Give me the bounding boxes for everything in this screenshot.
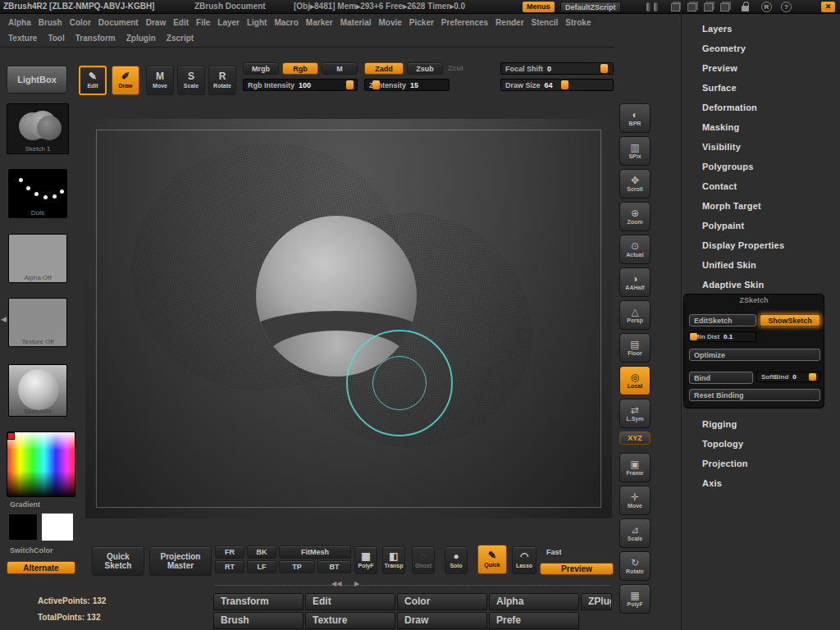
canvas-scale-button[interactable]: ⊿ Scale — [619, 518, 651, 548]
right-view-button[interactable]: RT — [215, 560, 244, 573]
menu-picker[interactable]: Picker — [409, 18, 434, 27]
tab-alpha[interactable]: Alpha — [489, 593, 579, 610]
menu-stroke[interactable]: Stroke — [565, 18, 591, 27]
show-sketch-button[interactable]: ShowSketch — [760, 314, 820, 326]
tool-section-surface[interactable]: Surface — [682, 83, 838, 93]
solo-button[interactable]: ● Solo — [445, 546, 468, 574]
zoom-button[interactable]: ⊕ Zoom — [619, 202, 651, 231]
scroll-tube-icon[interactable] — [646, 2, 651, 11]
menu-render[interactable]: Render — [495, 18, 523, 27]
rotate-mode-button[interactable]: R Rotate — [208, 66, 236, 95]
scale-mode-button[interactable]: S Scale — [177, 66, 205, 95]
collapse-left-arrow-icon[interactable]: ◀ — [1, 315, 7, 323]
menu-alpha[interactable]: Alpha — [8, 18, 31, 27]
menu-movie[interactable]: Movie — [378, 18, 401, 27]
tool-section-adaptive-skin[interactable]: Adaptive Skin — [682, 280, 838, 290]
default-zscript-button[interactable]: DefaultZScript — [560, 2, 621, 12]
document-canvas[interactable] — [85, 119, 612, 518]
tab-preferences[interactable]: Prefe — [489, 612, 579, 629]
menu-light[interactable]: Light — [247, 18, 267, 27]
tool-section-display-properties[interactable]: Display Properties — [682, 240, 838, 250]
tool-section-visibility[interactable]: Visibility — [682, 142, 838, 152]
scroll-tube-icon[interactable] — [654, 2, 658, 11]
rgb-button[interactable]: Rgb — [282, 62, 318, 75]
menu-draw[interactable]: Draw — [146, 18, 166, 27]
lightbox-button[interactable]: LightBox — [7, 66, 67, 94]
menu-file[interactable]: File — [196, 18, 210, 27]
slider-handle[interactable] — [561, 80, 568, 89]
menu-stencil[interactable]: Stencil — [532, 18, 559, 27]
edit-mode-button[interactable]: ✎ Edit — [79, 66, 107, 95]
tray-scroll-left-icon[interactable]: ◀◀ — [331, 580, 341, 587]
zadd-button[interactable]: Zadd — [364, 62, 404, 75]
move-mode-button[interactable]: M Move — [146, 66, 174, 95]
lock-icon[interactable] — [742, 6, 749, 11]
alternate-button[interactable]: Alternate — [7, 561, 75, 574]
draw-mode-button[interactable]: ✐ Draw — [112, 66, 139, 95]
rgb-intensity-slider[interactable]: Rgb Intensity 100 — [243, 79, 358, 91]
edit-sketch-button[interactable]: EditSketch — [689, 314, 756, 326]
material-thumbnail[interactable]: Sketch04 — [8, 364, 67, 417]
tool-section-projection[interactable]: Projection — [682, 459, 838, 468]
tab-texture[interactable]: Texture — [305, 612, 395, 629]
menu-zscript[interactable]: Zscript — [167, 34, 194, 43]
tool-section-polypaint[interactable]: Polypaint — [682, 221, 838, 231]
slider-handle[interactable] — [690, 333, 697, 340]
spix-button[interactable]: ▥ SPix — [619, 136, 651, 166]
zsub-button[interactable]: Zsub — [407, 62, 443, 75]
left-view-button[interactable]: LF — [247, 560, 276, 573]
floor-button[interactable]: ▤ Floor — [619, 333, 651, 363]
tool-section-geometry[interactable]: Geometry — [682, 43, 838, 53]
menu-material[interactable]: Material — [340, 18, 372, 27]
tray-scroll-right-icon[interactable]: ▶ — [354, 580, 359, 587]
texture-thumbnail[interactable]: Texture Off — [8, 298, 67, 347]
zcut-button[interactable]: Zcut — [448, 64, 463, 72]
secondary-color-swatch[interactable] — [41, 513, 74, 541]
aahalf-button[interactable]: ◑ AAHalf — [619, 267, 651, 297]
menu-texture[interactable]: Texture — [8, 34, 37, 43]
menu-zplugin[interactable]: Zplugin — [126, 34, 156, 43]
local-button[interactable]: ◎ Local — [619, 366, 651, 395]
color-picker[interactable] — [7, 431, 75, 497]
reset-binding-button[interactable]: Reset Binding — [689, 389, 820, 401]
front-view-button[interactable]: FR — [215, 546, 244, 559]
lasso-button[interactable]: ◠ Lasso — [512, 546, 536, 574]
menu-brush[interactable]: Brush — [39, 18, 62, 27]
menu-macro[interactable]: Macro — [274, 18, 298, 27]
transparency-button[interactable]: ◧ Transp — [382, 546, 405, 574]
tool-section-axis[interactable]: Axis — [682, 478, 838, 488]
main-color-swatch[interactable] — [8, 514, 38, 541]
tool-section-topology[interactable]: Topology — [682, 439, 838, 449]
pages-icon[interactable] — [671, 3, 680, 11]
mrgb-button[interactable]: Mrgb — [243, 62, 279, 75]
switch-color-button[interactable]: SwitchColor — [10, 546, 53, 555]
quick-render-button[interactable]: ✎ Quick — [477, 545, 507, 574]
persp-button[interactable]: △ Persp — [619, 300, 651, 330]
tool-section-deformation[interactable]: Deformation — [682, 103, 838, 112]
slider-handle[interactable] — [809, 373, 816, 381]
z-intensity-slider[interactable]: Z Intensity 15 — [364, 79, 450, 91]
help-icon[interactable]: ? — [781, 2, 792, 12]
tool-section-polygroups[interactable]: Polygroups — [682, 162, 838, 171]
focal-shift-slider[interactable]: Focal Shift 0 — [500, 62, 614, 75]
gradient-toggle[interactable]: Gradient — [10, 500, 40, 509]
tab-zplugin[interactable]: ZPlug — [581, 593, 612, 610]
slider-handle[interactable] — [600, 64, 608, 73]
draw-size-slider[interactable]: Draw Size 64 — [500, 79, 614, 91]
projection-master-button[interactable]: Projection Master — [149, 546, 212, 576]
optimize-button[interactable]: Optimize — [689, 349, 820, 361]
alpha-thumbnail[interactable]: Alpha Off — [8, 234, 67, 283]
canvas-move-button[interactable]: ✛ Move — [619, 486, 651, 515]
zsketch-panel-title[interactable]: ZSketch — [684, 296, 824, 304]
bpr-render-button[interactable]: ◐ BPR — [619, 103, 651, 133]
bind-button[interactable]: Bind — [689, 372, 753, 384]
frame-button[interactable]: ▣ Frame — [619, 453, 651, 482]
stroke-thumbnail[interactable]: Dots — [8, 169, 67, 218]
menu-edit[interactable]: Edit — [173, 18, 189, 27]
tab-brush[interactable]: Brush — [213, 612, 304, 629]
scroll-button[interactable]: ✥ Scroll — [619, 169, 651, 199]
tool-section-unified-skin[interactable]: Unified Skin — [682, 260, 838, 270]
tool-section-masking[interactable]: Masking — [682, 122, 838, 132]
lsym-button[interactable]: ⇄ L.Sym — [619, 399, 651, 428]
tab-draw[interactable]: Draw — [397, 612, 487, 629]
